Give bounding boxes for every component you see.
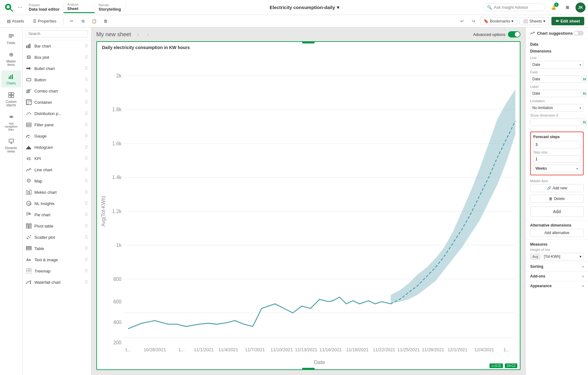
sheet-next-button[interactable]: ›: [144, 30, 152, 39]
chart-item-distribution-p[interactable]: Distribution p... ⠿: [23, 108, 91, 119]
cut-button[interactable]: ✂: [67, 17, 76, 26]
drag-handle[interactable]: ⠿: [85, 223, 88, 228]
assets-button[interactable]: ▤ Assets: [4, 18, 27, 25]
step-size-input[interactable]: [533, 155, 580, 163]
chart-item-mekko-chart[interactable]: Mekko chart ⠿: [23, 187, 91, 198]
drag-handle[interactable]: ⠿: [85, 88, 88, 93]
chart-item-filter-pane[interactable]: Filter pane ⠿: [23, 119, 91, 130]
chart-item-text-image[interactable]: Aa Text & image ⠿: [23, 254, 91, 265]
show-dim-input[interactable]: [530, 118, 581, 126]
redo-button[interactable]: ↪: [469, 17, 478, 26]
qlik-logo[interactable]: [3, 1, 15, 14]
drag-handle[interactable]: ⠿: [85, 133, 88, 138]
add-ons-section[interactable]: Add-ons ›: [526, 271, 588, 281]
chart-item-button[interactable]: Button ⠿: [23, 74, 91, 85]
drag-handle[interactable]: ⠿: [85, 257, 88, 262]
sidebar-item-charts[interactable]: Charts: [1, 70, 21, 88]
insight-input[interactable]: [494, 5, 541, 10]
chart-item-gauge[interactable]: Gauge ⠿: [23, 130, 91, 142]
advanced-options-toggle-switch[interactable]: [508, 31, 520, 38]
chart-item-container[interactable]: Container ⠿: [23, 97, 91, 108]
drag-handle[interactable]: ⠿: [85, 212, 88, 217]
fields-icon: [8, 32, 15, 40]
appearance-section[interactable]: Appearance ›: [526, 281, 588, 291]
sidebar-item-fields[interactable]: Fields: [1, 30, 21, 47]
notifications-button[interactable]: 🔔 5: [548, 2, 559, 13]
drag-handle[interactable]: ⠿: [85, 280, 88, 285]
chart-item-kpi[interactable]: #1 KPI ⠿: [23, 153, 91, 164]
forecast-steps-input[interactable]: [533, 141, 580, 148]
chart-item-pie-chart[interactable]: Pie chart ⠿: [23, 209, 91, 220]
drag-handle[interactable]: ⠿: [85, 268, 88, 273]
drag-handle[interactable]: ⠿: [85, 246, 88, 251]
edit-sheet-button[interactable]: ✏ Edit sheet: [551, 17, 584, 25]
drag-handle[interactable]: ⠿: [85, 201, 88, 206]
grid-apps-button[interactable]: ⊞: [562, 2, 573, 13]
chart-item-pivot-table[interactable]: Pivot table ⠿: [23, 220, 91, 232]
sheet-prev-button[interactable]: ‹: [134, 30, 142, 39]
chart-top-resize-handle[interactable]: [302, 42, 315, 43]
undo-button[interactable]: ↩: [458, 17, 466, 26]
label-input[interactable]: [530, 90, 581, 97]
drag-handle[interactable]: ⠿: [85, 66, 88, 71]
app-title[interactable]: Electricity consumption-daily ▾: [270, 5, 339, 10]
chart-item-nl-insights[interactable]: NL NL Insights ⠿: [23, 198, 91, 209]
chart-item-box-plot[interactable]: Box plot ⠿: [23, 52, 91, 63]
add-dimension-button[interactable]: Add: [530, 207, 584, 217]
add-new-button[interactable]: 🔗 Add new: [530, 184, 584, 192]
chart-item-bar-chart[interactable]: Bar chart ⠿: [23, 40, 91, 52]
weeks-select[interactable]: Weeks Days Months Quarters Years: [534, 165, 574, 172]
label-fx-button[interactable]: fx: [583, 90, 586, 97]
chart-item-treemap[interactable]: Treemap ⠿: [23, 265, 91, 277]
drag-handle[interactable]: ⠿: [85, 178, 88, 183]
delete-button[interactable]: 🗑: [101, 17, 110, 26]
drag-handle[interactable]: ⠿: [85, 100, 88, 105]
sidebar-item-app-nav-links[interactable]: App navigation links: [1, 111, 21, 134]
properties-button[interactable]: ☰ Properties: [30, 18, 59, 25]
limitation-select[interactable]: No limitation: [530, 104, 577, 111]
nav-prepare[interactable]: Prepare Data load editor: [25, 2, 63, 13]
copy-button[interactable]: ⧉: [79, 17, 87, 26]
drag-handle[interactable]: ⠿: [85, 235, 88, 240]
user-avatar[interactable]: JK: [575, 2, 585, 12]
ask-insight-search[interactable]: 🔍: [483, 3, 545, 11]
show-dim-fx-button[interactable]: fx: [583, 118, 586, 126]
app-menu-dots[interactable]: ···: [15, 1, 25, 14]
drag-handle[interactable]: ⠿: [85, 111, 88, 116]
chart-item-histogram[interactable]: Histogram ⠿: [23, 142, 91, 153]
drag-handle[interactable]: ⠿: [85, 167, 88, 172]
drag-handle[interactable]: ⠿: [85, 55, 88, 60]
sidebar-item-master-items[interactable]: Master items: [1, 48, 21, 69]
drag-handle[interactable]: ⠿: [85, 77, 88, 82]
nav-narrate[interactable]: Narrate Storytelling: [95, 2, 126, 13]
chart-suggestions-toggle[interactable]: [574, 31, 584, 36]
tot-kwh-field[interactable]: [Tot-KWh] ▾: [542, 253, 584, 260]
sheets-button[interactable]: ⬜ Sheets ▾: [520, 17, 549, 25]
drag-handle[interactable]: ⠿: [85, 190, 88, 195]
date-select[interactable]: Date: [530, 61, 577, 68]
chart-item-line-chart[interactable]: Line chart ⠿: [23, 164, 91, 175]
svg-point-1: [7, 5, 10, 8]
chart-item-combo-chart[interactable]: Combo chart ⠿: [23, 85, 91, 97]
field-input[interactable]: [530, 75, 581, 83]
bookmarks-button[interactable]: 🔖 Bookmarks ▾: [480, 17, 517, 25]
delete-dimension-button[interactable]: 🗑 Delete: [530, 195, 584, 203]
chart-item-bullet-chart[interactable]: Bullet chart ⠿: [23, 63, 91, 74]
add-alternative-button[interactable]: Add alternative: [530, 229, 584, 237]
drag-handle[interactable]: ⠿: [85, 156, 88, 161]
paste-button[interactable]: 📋: [90, 17, 99, 26]
chart-item-table[interactable]: Table ⠿: [23, 243, 91, 254]
charts-search-input[interactable]: [26, 30, 88, 38]
sidebar-item-custom-objects[interactable]: Custom objects: [1, 89, 21, 109]
field-fx-button[interactable]: fx: [583, 75, 586, 83]
chart-item-waterfall-chart[interactable]: Waterfall chart ⠿: [23, 277, 91, 288]
chart-item-map[interactable]: Map ⠿: [23, 175, 91, 187]
drag-handle[interactable]: ⠿: [85, 122, 88, 127]
drag-handle[interactable]: ⠿: [85, 145, 88, 150]
chart-item-scatter-plot[interactable]: Scatter plot ⠿: [23, 232, 91, 243]
chart-bottom-resize-handle[interactable]: [302, 368, 315, 370]
sidebar-item-dynamic-views[interactable]: Dynamic views: [1, 135, 21, 156]
drag-handle[interactable]: ⠿: [85, 43, 88, 48]
nav-analyze[interactable]: Analyze Sheet: [63, 2, 95, 13]
sorting-section[interactable]: Sorting ›: [526, 262, 588, 271]
